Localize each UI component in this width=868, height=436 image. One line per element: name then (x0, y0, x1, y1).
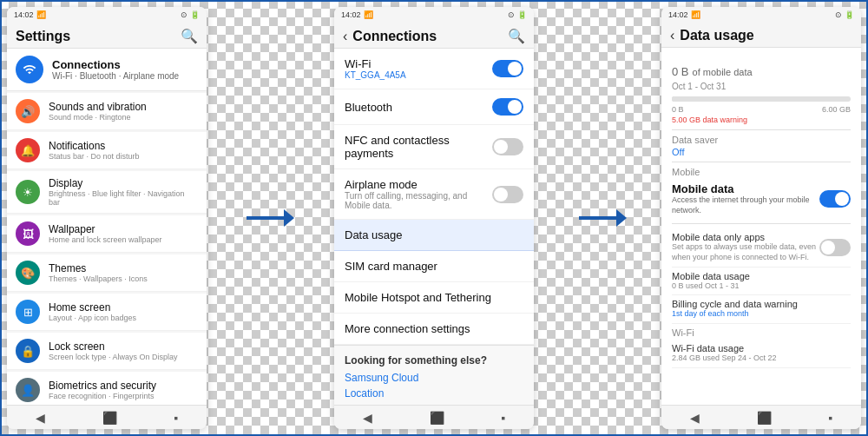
list-item[interactable]: ☀ Display Brightness · Blue light filter… (7, 171, 207, 214)
menu-item-subtitle: Home and lock screen wallpaper (49, 235, 198, 244)
menu-item-subtitle: Themes · Wallpapers · Icons (49, 274, 198, 283)
menu-item-subtitle: Layout · App icon badges (49, 314, 198, 322)
nav-home-right[interactable]: ⬛ (757, 411, 772, 425)
connections-icon (16, 56, 43, 83)
homescreen-icon: ⊞ (16, 300, 40, 324)
list-item[interactable]: 👤 Biometrics and security Face recogniti… (7, 372, 207, 405)
list-item[interactable]: 🔊 Sounds and vibration Sound mode · Ring… (7, 93, 207, 130)
location-link[interactable]: Location (345, 387, 523, 400)
divider-3 (672, 223, 851, 224)
list-item[interactable]: ⊞ Home screen Layout · App icon badges (7, 294, 207, 331)
bluetooth-toggle[interactable] (492, 98, 523, 116)
menu-item-subtitle: Face recognition · Fingerprints (49, 392, 198, 400)
mobile-label: Mobile (672, 167, 851, 177)
search-icon-middle[interactable]: 🔍 (508, 28, 525, 44)
airplane-toggle[interactable] (492, 186, 523, 203)
sim-card-item[interactable]: SIM card manager (334, 251, 534, 282)
nav-home-middle[interactable]: ⬛ (430, 411, 444, 425)
connections-text: Connections Wi-Fi · Bluetooth · Airplane… (52, 58, 198, 81)
connections-item[interactable]: Connections Wi-Fi · Bluetooth · Airplane… (7, 49, 207, 91)
arrow-right (539, 2, 661, 434)
bottom-nav-left: ◀ ⬛ ▪ (7, 405, 207, 429)
menu-item-subtitle: Brightness · Blue light filter · Navigat… (49, 189, 198, 207)
menu-item-title: Lock screen (49, 340, 198, 353)
display-icon: ☀ (16, 180, 40, 204)
billing-cycle-item[interactable]: Billing cycle and data warning 1st day o… (672, 295, 851, 324)
list-item[interactable]: 🖼 Wallpaper Home and lock screen wallpap… (7, 215, 207, 253)
nfc-toggle[interactable] (492, 138, 523, 155)
middle-title: Connections (352, 29, 437, 44)
menu-item-subtitle: Sound mode · Ringtone (49, 113, 198, 122)
back-arrow-icon[interactable]: ‹ (343, 29, 347, 44)
lockscreen-icon: 🔒 (16, 339, 40, 363)
more-connection-item[interactable]: More connection settings (334, 314, 534, 345)
menu-item-title: Sounds and vibration (49, 101, 198, 113)
mobile-hotspot-item[interactable]: Mobile Hotspot and Tethering (334, 282, 534, 314)
data-bar-used (672, 96, 675, 102)
mobile-data-row[interactable]: Mobile data Access the internet through … (672, 179, 851, 219)
airplane-item[interactable]: Airplane mode Turn off calling, messagin… (334, 169, 534, 220)
wifi-data-usage-item[interactable]: Wi-Fi data usage 2.84 GB used Sep 24 - O… (672, 340, 851, 368)
wifi-section-label: Wi-Fi (672, 327, 851, 338)
left-title: Settings (16, 29, 70, 44)
nav-recents-middle[interactable]: ▪ (501, 411, 505, 425)
notifications-icon: 🔔 (16, 138, 40, 162)
data-warning: 5.00 GB data warning (672, 116, 851, 124)
data-usage-screen: 0 B of mobile data Oct 1 - Oct 31 0 B 6.… (661, 48, 861, 405)
svg-marker-1 (284, 209, 294, 227)
bottom-nav-right: ◀ ⬛ ▪ (661, 405, 861, 429)
mobile-only-apps-toggle[interactable] (819, 239, 851, 256)
list-item[interactable]: 🎨 Themes Themes · Wallpapers · Icons (7, 254, 207, 292)
nav-recents[interactable]: ▪ (174, 411, 178, 425)
menu-item-subtitle: Screen lock type · Always On Display (49, 353, 198, 361)
data-saver-value: Off (672, 147, 851, 157)
settings-list: 🔊 Sounds and vibration Sound mode · Ring… (7, 91, 207, 405)
right-title: Data usage (680, 28, 753, 43)
sounds-icon: 🔊 (16, 99, 40, 123)
nav-recents-right[interactable]: ▪ (828, 411, 832, 425)
wifi-toggle[interactable] (492, 60, 523, 77)
menu-item-title: Home screen (49, 301, 198, 314)
status-bar-middle: 14:02 📶 ⊙ 🔋 (334, 7, 534, 23)
bluetooth-item[interactable]: Bluetooth (334, 89, 534, 125)
status-bar-right: 14:02 📶 ⊙ 🔋 (661, 7, 861, 23)
right-app-header: ‹ Data usage (661, 23, 861, 48)
connections-list: Wi-Fi KT_GGA_4A5A Bluetooth NFC and cont… (334, 49, 534, 405)
themes-icon: 🎨 (16, 261, 40, 285)
data-amount: 0 B (672, 55, 689, 82)
biometrics-icon: 👤 (16, 378, 40, 402)
data-date: Oct 1 - Oct 31 (672, 82, 851, 91)
list-item[interactable]: 🔒 Lock screen Screen lock type · Always … (7, 333, 207, 370)
nav-back[interactable]: ◀ (36, 411, 45, 425)
menu-item-title: Notifications (49, 140, 198, 152)
menu-item-title: Wallpaper (49, 223, 198, 235)
mobile-data-title: Mobile data (672, 182, 819, 195)
mobile-data-only-apps[interactable]: Mobile data only apps Set apps to always… (672, 228, 851, 267)
wifi-item[interactable]: Wi-Fi KT_GGA_4A5A (334, 49, 534, 89)
samsung-cloud-link[interactable]: Samsung Cloud (345, 372, 523, 384)
list-item[interactable]: 🔔 Notifications Status bar · Do not dist… (7, 132, 207, 169)
connections-subtitle: Wi-Fi · Bluetooth · Airplane mode (52, 71, 198, 81)
data-bar (672, 96, 851, 102)
data-saver-label: Data saver (672, 135, 851, 145)
mobile-data-toggle[interactable] (819, 190, 851, 208)
menu-item-subtitle: Status bar · Do not disturb (49, 152, 198, 161)
back-arrow-icon-right[interactable]: ‹ (670, 28, 674, 43)
menu-item-title: Display (49, 177, 198, 189)
mobile-data-usage-item[interactable]: Mobile data usage 0 B used Oct 1 - 31 (672, 268, 851, 296)
left-panel: 14:02 📶 ⊙ 🔋 Settings 🔍 Connections Wi-Fi… (7, 7, 207, 429)
menu-item-title: Themes (49, 262, 198, 274)
mobile-data-subtitle: Access the internet through your mobile … (672, 195, 819, 215)
data-usage-item[interactable]: Data usage (334, 220, 534, 251)
middle-panel: 14:02 📶 ⊙ 🔋 ‹ Connections 🔍 Wi-Fi KT_GGA… (334, 7, 534, 429)
search-icon[interactable]: 🔍 (181, 28, 198, 44)
nfc-item[interactable]: NFC and contactless payments (334, 125, 534, 169)
data-unit: of mobile data (693, 67, 753, 77)
nav-home[interactable]: ⬛ (102, 411, 117, 425)
looking-section: Looking for something else? Samsung Clou… (334, 345, 534, 405)
divider-2 (672, 162, 851, 162)
left-app-header: Settings 🔍 (7, 23, 207, 49)
arrow-left (207, 2, 329, 434)
nav-back-right[interactable]: ◀ (690, 411, 700, 425)
nav-back-middle[interactable]: ◀ (363, 411, 372, 425)
